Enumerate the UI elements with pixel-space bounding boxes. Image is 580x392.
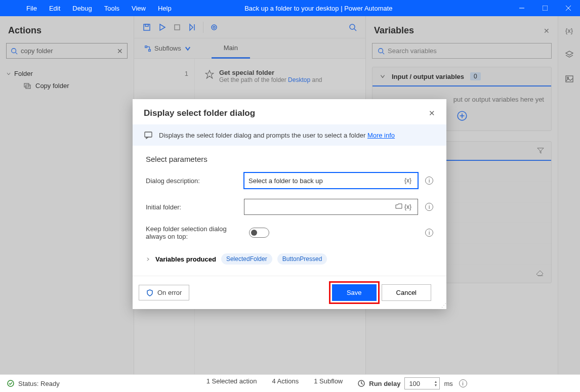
variables-rail-icon[interactable]: {x} <box>561 22 577 38</box>
resize-grip[interactable]: ⋰ <box>441 302 445 308</box>
param-label-initial-folder: Initial folder: <box>146 203 237 211</box>
stop-icon[interactable] <box>170 20 185 35</box>
more-info-link[interactable]: More info <box>367 132 395 139</box>
svg-line-5 <box>16 52 18 54</box>
svg-marker-28 <box>537 148 544 154</box>
svg-marker-22 <box>205 70 214 78</box>
status-text: Status: Ready <box>18 380 60 387</box>
tree-item-label: Copy folder <box>35 82 69 90</box>
status-bar: Status: Ready 1 Selected action 4 Action… <box>0 374 580 392</box>
chevron-down-icon <box>184 45 191 52</box>
step-title: Get special folder <box>219 69 322 76</box>
chip-button-pressed[interactable]: ButtonPressed <box>277 253 327 265</box>
status-selected: 1 Selected action <box>206 377 257 389</box>
menu-help[interactable]: Help <box>152 0 178 16</box>
clear-search-icon[interactable]: ✕ <box>117 47 123 55</box>
variables-search[interactable] <box>372 43 552 59</box>
browse-folder-icon[interactable] <box>395 203 402 211</box>
tab-main[interactable]: Main <box>212 38 250 59</box>
chevron-down-icon <box>380 73 386 79</box>
right-rail: {x} <box>558 16 580 374</box>
subflow-bar: Subflows Main <box>134 38 365 59</box>
subflows-dropdown[interactable]: Subflows <box>139 38 196 59</box>
chevron-right-icon <box>146 257 150 262</box>
param-input-description[interactable]: Select a folder to back up {x} <box>244 172 418 189</box>
menu-tools[interactable]: Tools <box>98 0 126 16</box>
menu-bar: File Edit Debug Tools View Help <box>0 0 178 16</box>
svg-rect-19 <box>149 49 151 51</box>
svg-point-4 <box>12 48 16 53</box>
param-input-initial-folder[interactable]: {x} <box>244 199 418 215</box>
filter-icon[interactable] <box>537 147 544 154</box>
spinner[interactable]: ▲▼ <box>434 380 437 387</box>
separator <box>203 22 203 33</box>
status-actions: 4 Actions <box>272 377 299 389</box>
svg-point-15 <box>213 26 215 28</box>
close-button[interactable] <box>557 0 580 16</box>
toggle-always-on-top[interactable] <box>249 228 269 238</box>
star-icon <box>205 70 214 79</box>
save-icon[interactable] <box>139 20 154 35</box>
info-icon[interactable]: i <box>425 177 433 185</box>
info-icon[interactable]: i <box>425 203 433 211</box>
dialog-display-select-folder: Display select folder dialog ✕ Displays … <box>133 99 446 309</box>
param-value: Select a folder to back up <box>248 177 402 185</box>
step-description: Get the path of the folder Desktop and <box>219 76 322 83</box>
actions-search[interactable]: ✕ <box>6 43 128 59</box>
erase-icon <box>536 270 544 278</box>
step-get-special-folder[interactable]: Get special folder Get the path of the f… <box>200 65 360 88</box>
variables-search-input[interactable] <box>385 47 546 55</box>
record-icon[interactable] <box>206 20 222 35</box>
tree-group-folder[interactable]: Folder <box>6 68 128 79</box>
menu-file[interactable]: File <box>20 0 43 16</box>
step-icon[interactable] <box>185 20 200 35</box>
variables-produced-row[interactable]: Variables produced SelectedFolder Button… <box>146 250 433 272</box>
dialog-title: Display select folder dialog <box>144 108 255 118</box>
on-error-button[interactable]: On error <box>139 285 189 300</box>
info-icon[interactable]: i <box>425 229 433 237</box>
info-icon[interactable]: i <box>459 379 467 387</box>
checkmark-icon <box>7 380 14 387</box>
maximize-button[interactable] <box>533 0 557 16</box>
actions-tree: Folder Copy folder <box>6 68 128 92</box>
svg-text:{x}: {x} <box>565 27 573 34</box>
svg-point-14 <box>212 25 217 30</box>
layers-rail-icon[interactable] <box>561 47 577 63</box>
run-delay-label: Run delay <box>369 380 400 387</box>
minimize-button[interactable] <box>510 0 533 16</box>
tree-group-label: Folder <box>14 70 33 77</box>
insert-variable-icon[interactable]: {x} <box>402 177 413 184</box>
menu-view[interactable]: View <box>126 0 152 16</box>
insert-variable-icon[interactable]: {x} <box>402 203 413 210</box>
images-rail-icon[interactable] <box>561 71 577 87</box>
svg-line-17 <box>354 29 356 31</box>
cancel-button[interactable]: Cancel <box>382 284 431 301</box>
close-variables-icon[interactable]: ✕ <box>544 27 550 35</box>
message-icon <box>144 130 153 140</box>
window-controls <box>510 0 580 16</box>
clock-icon <box>358 380 365 387</box>
param-label-always-on-top: Keep folder selection dialog always on t… <box>146 225 242 240</box>
tree-item-copy-folder[interactable]: Copy folder <box>6 79 128 92</box>
io-variables-header[interactable]: Input / output variables 0 <box>372 67 551 86</box>
menu-debug[interactable]: Debug <box>66 0 98 16</box>
run-icon[interactable] <box>154 20 170 35</box>
dialog-close-icon[interactable]: ✕ <box>429 109 435 118</box>
search-flow-icon[interactable] <box>345 20 360 35</box>
actions-search-input[interactable] <box>18 47 117 55</box>
svg-marker-10 <box>160 24 165 30</box>
svg-rect-18 <box>145 46 147 48</box>
copy-folder-icon <box>23 81 31 90</box>
save-button[interactable]: Save <box>332 284 377 301</box>
svg-rect-1 <box>543 6 548 11</box>
svg-point-16 <box>350 24 355 29</box>
io-count-badge: 0 <box>470 72 481 80</box>
toolbar <box>134 16 365 38</box>
dialog-info-bar: Displays the select folder dialog and pr… <box>133 124 446 146</box>
subflows-label: Subflows <box>154 45 181 52</box>
menu-edit[interactable]: Edit <box>43 0 66 16</box>
actions-panel: Actions ✕ Folder Copy folder <box>0 16 134 374</box>
chip-selected-folder[interactable]: SelectedFolder <box>221 253 272 265</box>
run-delay-input[interactable]: 100 ▲▼ <box>404 377 440 389</box>
step-folder-link[interactable]: Desktop <box>288 76 310 83</box>
